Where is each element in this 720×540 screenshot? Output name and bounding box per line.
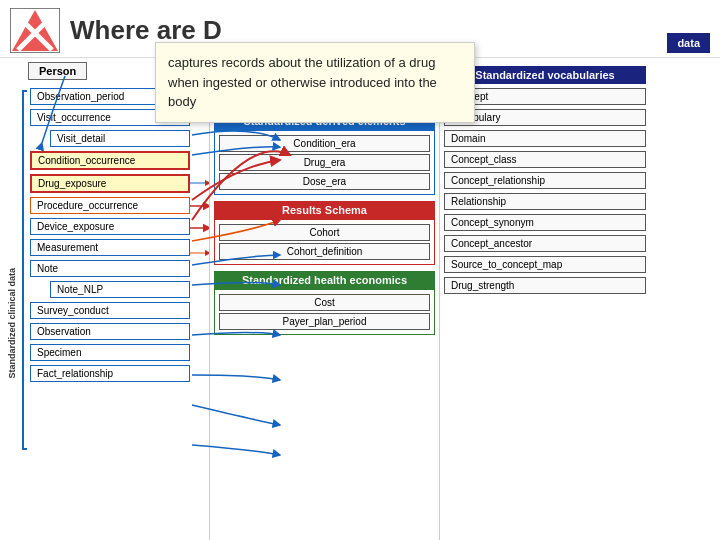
main-container: Where are D data captures records about … bbox=[0, 0, 720, 540]
tooltip-box: captures records about the utilization o… bbox=[155, 42, 475, 123]
visit-detail-box[interactable]: Visit_detail bbox=[50, 130, 190, 147]
specimen-box[interactable]: Specimen bbox=[30, 344, 190, 361]
bracket-left bbox=[22, 90, 27, 450]
dev-exp-box[interactable]: Device_exposure bbox=[30, 218, 190, 235]
health-section: Standardized health economics Cost Payer… bbox=[214, 271, 435, 335]
data-label: data bbox=[667, 33, 710, 53]
results-section: Results Schema Cohort Cohort_definition bbox=[214, 201, 435, 265]
content-layout: Person Standardized clinical data Observ… bbox=[0, 58, 720, 540]
middle-column: care_site Provider Standardized derived … bbox=[210, 58, 440, 540]
derived-section: Condition_era Drug_era Dose_era bbox=[214, 130, 435, 195]
observation-box[interactable]: Observation bbox=[30, 323, 190, 340]
fact-rel-box[interactable]: Fact_relationship bbox=[30, 365, 190, 382]
cost-box[interactable]: Cost bbox=[219, 294, 430, 311]
concept-class-box[interactable]: Concept_class bbox=[444, 151, 646, 168]
cond-occ-box[interactable]: Condition_occurrence bbox=[30, 151, 190, 170]
tooltip-text: captures records about the utilization o… bbox=[168, 55, 437, 109]
drug-era-box[interactable]: Drug_era bbox=[219, 154, 430, 171]
cond-era-box[interactable]: Condition_era bbox=[219, 135, 430, 152]
note-box[interactable]: Note bbox=[30, 260, 190, 277]
clinical-label: Standardized clinical data bbox=[7, 268, 17, 379]
logo bbox=[10, 8, 60, 53]
concept-syn-box[interactable]: Concept_synonym bbox=[444, 214, 646, 231]
relationship-box[interactable]: Relationship bbox=[444, 193, 646, 210]
clinical-boxes: Observation_period Visit_occurrence Visi… bbox=[30, 88, 190, 382]
right-column: Standardized vocabularies Concept Vocabu… bbox=[440, 58, 650, 540]
results-header: Results Schema bbox=[214, 201, 435, 219]
left-column: Person Standardized clinical data Observ… bbox=[0, 58, 210, 540]
health-boxes: Cost Payer_plan_period bbox=[214, 289, 435, 335]
source-map-box[interactable]: Source_to_concept_map bbox=[444, 256, 646, 273]
results-boxes: Cohort Cohort_definition bbox=[214, 219, 435, 265]
proc-occ-box[interactable]: Procedure_occurrence bbox=[30, 197, 190, 214]
cohort-def-box[interactable]: Cohort_definition bbox=[219, 243, 430, 260]
payer-box[interactable]: Payer_plan_period bbox=[219, 313, 430, 330]
dose-era-box[interactable]: Dose_era bbox=[219, 173, 430, 190]
health-header: Standardized health economics bbox=[214, 271, 435, 289]
measurement-box[interactable]: Measurement bbox=[30, 239, 190, 256]
drug-exp-box[interactable]: Drug_exposure bbox=[30, 174, 190, 193]
concept-rel-box[interactable]: Concept_relationship bbox=[444, 172, 646, 189]
cohort-box[interactable]: Cohort bbox=[219, 224, 430, 241]
survey-box[interactable]: Survey_conduct bbox=[30, 302, 190, 319]
note-nlp-box[interactable]: Note_NLP bbox=[50, 281, 190, 298]
concept-anc-box[interactable]: Concept_ancestor bbox=[444, 235, 646, 252]
person-box: Person bbox=[28, 62, 87, 80]
drug-strength-box[interactable]: Drug_strength bbox=[444, 277, 646, 294]
domain-box[interactable]: Domain bbox=[444, 130, 646, 147]
clinical-label-container: Standardized clinical data bbox=[4, 118, 20, 528]
